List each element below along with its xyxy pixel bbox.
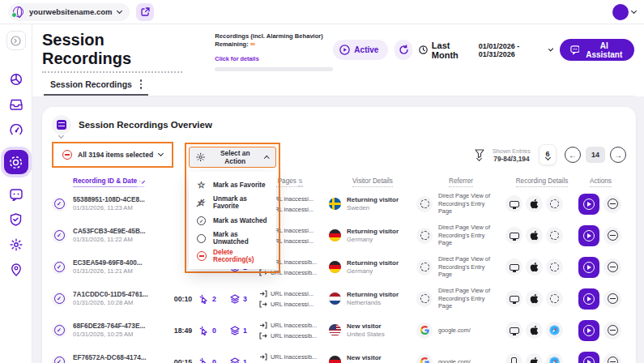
tab-session-recordings[interactable]: Session Recordings — [44, 79, 148, 96]
entry-url[interactable]: URL inaccessib... — [271, 353, 317, 361]
table-row: 68F6DE28-764F-473E...01/31/2026, 10:25 A… — [52, 314, 626, 346]
menu-item-mark-favorite[interactable]: ☆ Mark as Favorite — [189, 176, 276, 194]
user-menu[interactable] — [612, 4, 636, 20]
menu-item-mark-watched[interactable]: Mark as Watched — [189, 211, 276, 229]
remove-recording-button[interactable] — [603, 227, 621, 245]
sidebar-item-privacy[interactable] — [9, 212, 23, 227]
select-action-dropdown[interactable]: Select an Action — [189, 147, 276, 168]
avatar — [612, 4, 629, 20]
row-checkbox[interactable] — [52, 292, 66, 306]
items-selected-dropdown[interactable]: All 3194 items selected — [56, 145, 169, 164]
recording-id[interactable]: 68F6DE28-764F-473E... — [73, 322, 167, 330]
sidebar-item-inbox[interactable] — [9, 97, 23, 112]
recording-id[interactable]: EF76572A-DC68-4174... — [73, 354, 167, 361]
recording-id[interactable]: EC3EA549-69F8-400... — [73, 259, 167, 267]
remove-recording-button[interactable] — [603, 258, 621, 276]
play-recording-button[interactable] — [578, 225, 599, 246]
unknown-browser-icon — [546, 195, 563, 212]
recording-id[interactable]: 55388951-108D-4CE8... — [73, 196, 167, 203]
sidebar-collapse-button[interactable] — [6, 31, 26, 50]
sort-icon: ⇅ — [298, 178, 303, 186]
play-circle-icon — [339, 45, 350, 55]
visitor-country: United States — [347, 331, 385, 338]
play-recording-button[interactable] — [578, 194, 599, 215]
open-website-button[interactable] — [136, 3, 154, 21]
sidebar-item-visitor-location[interactable] — [9, 263, 23, 277]
period-selector[interactable]: Last Month — [419, 41, 472, 60]
referrer-text: google.com/ — [438, 327, 471, 335]
play-recording-button[interactable] — [578, 257, 599, 278]
recording-id[interactable]: 7A1CDDC0-11D5-4761... — [73, 291, 167, 298]
unknown-browser-icon — [546, 258, 563, 275]
clicks-count: 0 — [212, 327, 216, 335]
table-toolbar: All 3194 items selected Shown Entries 79… — [52, 141, 626, 169]
prev-page-button[interactable]: ← — [565, 147, 581, 163]
table-row: CA53FCB3-4E9E-45B...01/31/2026, 11:22 AM… — [52, 220, 626, 251]
entry-url[interactable]: URL inaccessib... — [271, 322, 317, 329]
column-header-visitor-details[interactable]: Visitor Details — [329, 177, 416, 185]
unknown-browser-icon — [546, 227, 563, 244]
remaining-label: Recordings (incl. Alarming Behavior) Rem… — [215, 32, 322, 48]
play-recording-button[interactable] — [578, 288, 599, 310]
click-for-details-link[interactable]: Click for details — [215, 55, 258, 62]
safari-browser-icon — [546, 353, 563, 363]
row-checkbox[interactable] — [52, 197, 66, 211]
star-slash-icon: ☆ — [196, 199, 207, 207]
recording-id[interactable]: CA53FCB3-4E9E-45B... — [73, 228, 167, 235]
remove-recording-button[interactable] — [603, 195, 621, 213]
row-checkbox[interactable] — [52, 260, 66, 275]
remove-recording-button[interactable] — [603, 290, 621, 308]
duration: 18:49 — [167, 327, 199, 335]
ai-assistant-button[interactable]: AI Assistant — [560, 39, 634, 61]
infinity-value: ∞ — [250, 40, 255, 48]
sidebar-item-performance[interactable] — [9, 122, 23, 137]
exit-url[interactable]: URL inaccessi... — [271, 301, 313, 308]
website-selector[interactable]: yourwebsitename.com — [8, 3, 130, 21]
remove-recording-button[interactable] — [603, 322, 621, 340]
shown-entries: Shown Entries 79-84/3,194 — [493, 147, 531, 163]
flag-germany-icon — [329, 229, 341, 241]
flag-germany-icon — [329, 356, 341, 363]
overview-icon[interactable] — [52, 115, 71, 135]
apple-os-icon — [526, 322, 543, 339]
apple-os-icon — [526, 195, 543, 212]
sidebar-item-session-recordings[interactable] — [4, 150, 28, 174]
sidebar-item-chat[interactable] — [9, 187, 23, 202]
active-recordings-button[interactable]: Active — [333, 40, 388, 60]
period-label: Last Month — [432, 41, 472, 60]
next-page-button[interactable]: → — [610, 147, 626, 163]
page-size-select[interactable]: 6 — [539, 144, 557, 165]
filter-button[interactable] — [475, 149, 484, 160]
entry-page-icon — [259, 353, 267, 361]
referrer-text: google.com/ — [438, 358, 471, 363]
column-header-recording-details[interactable]: Recording Details — [505, 177, 578, 185]
chevron-down-icon — [158, 151, 164, 156]
entry-url[interactable]: URL inaccessi... — [271, 290, 313, 297]
menu-item-unmark-favorite[interactable]: ☆ Unmark as Favorite — [189, 194, 276, 211]
desktop-icon — [505, 195, 522, 212]
sidebar-item-settings[interactable] — [9, 237, 23, 252]
row-checkbox[interactable] — [52, 355, 66, 363]
check-circle-icon — [196, 216, 207, 225]
entry-page-icon — [259, 322, 267, 329]
star-icon: ☆ — [196, 181, 207, 190]
date-range-selector[interactable]: 01/01/2026 - 01/31/2026 — [479, 42, 553, 58]
play-recording-button[interactable] — [578, 320, 599, 341]
column-header-recording-id[interactable]: Recording ID & Date — [73, 177, 167, 185]
row-checkbox[interactable] — [52, 323, 66, 338]
visitor-type: Returning visitor — [347, 196, 399, 203]
remove-recording-button[interactable] — [603, 353, 621, 363]
selection-highlight: All 3194 items selected — [52, 142, 173, 168]
sidebar-item-dashboard[interactable] — [9, 72, 23, 87]
menu-item-mark-unwatched[interactable]: Mark as Unwatched — [189, 229, 276, 247]
column-header-referrer[interactable]: Referrer — [416, 177, 505, 185]
menu-item-delete-recordings[interactable]: Delete Recording(s) — [189, 247, 276, 265]
apple-os-icon — [526, 227, 543, 244]
row-checkbox[interactable] — [52, 228, 66, 243]
exit-url[interactable]: URL inaccessib... — [271, 332, 317, 340]
table-header-row: Recording ID & Date Visited Pages ⇅ Visi… — [52, 173, 626, 188]
play-recording-button[interactable] — [578, 352, 599, 363]
tab-menu-icon[interactable] — [140, 79, 143, 89]
visitor-country: Germany — [347, 267, 399, 275]
refresh-button[interactable] — [395, 40, 412, 60]
